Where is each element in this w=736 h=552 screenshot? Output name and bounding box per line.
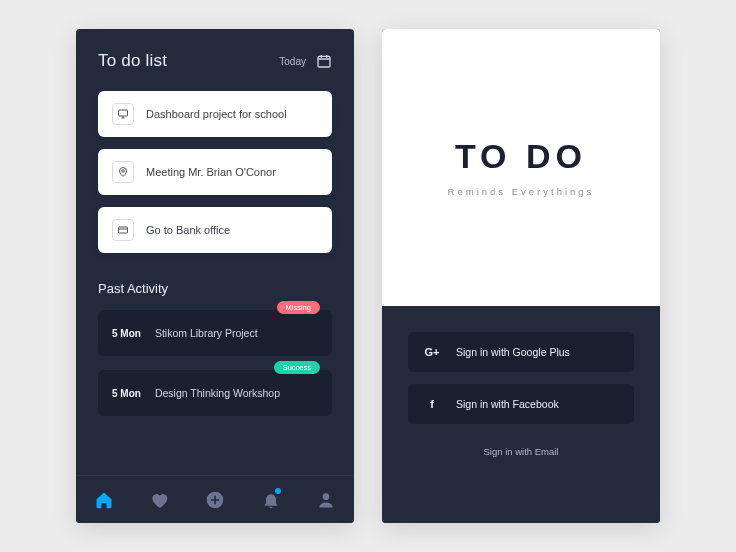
todo-screen: To do list Today Dashboard project for s…: [76, 29, 354, 523]
tab-favorites[interactable]: [142, 483, 176, 517]
past-title: Stikom Library Project: [155, 327, 258, 339]
svg-point-2: [122, 170, 125, 173]
filter-label: Today: [279, 56, 306, 67]
heart-icon: [149, 490, 169, 510]
past-title: Design Thinking Workshop: [155, 387, 280, 399]
svg-rect-3: [119, 227, 128, 233]
header: To do list Today: [76, 29, 354, 85]
signin-facebook-label: Sign in with Facebook: [456, 398, 559, 410]
task-label: Meeting Mr. Brian O'Conor: [146, 166, 276, 178]
hero: TO DO Reminds Everythings: [382, 29, 660, 306]
tab-notifications[interactable]: [254, 483, 288, 517]
plus-circle-icon: [205, 490, 225, 510]
signin-facebook-button[interactable]: f Sign in with Facebook: [408, 384, 634, 424]
signin-email-link[interactable]: Sign in with Email: [484, 446, 559, 457]
page-title: To do list: [98, 51, 167, 71]
card-icon: [112, 219, 134, 241]
tab-add[interactable]: [198, 483, 232, 517]
google-plus-icon: G+: [424, 346, 440, 358]
tab-bar: [76, 475, 354, 523]
home-icon: [94, 490, 114, 510]
auth-panel: G+ Sign in with Google Plus f Sign in wi…: [382, 306, 660, 523]
header-filter[interactable]: Today: [279, 53, 332, 69]
svg-rect-1: [119, 110, 128, 116]
signin-screen: TO DO Reminds Everythings G+ Sign in wit…: [382, 29, 660, 523]
task-item[interactable]: Dashboard project for school: [98, 91, 332, 137]
past-item[interactable]: Missing 5 Mon Stikom Library Project: [98, 310, 332, 356]
past-date: 5 Mon: [112, 388, 141, 399]
tagline: Reminds Everythings: [448, 186, 595, 197]
signin-google-button[interactable]: G+ Sign in with Google Plus: [408, 332, 634, 372]
signin-google-label: Sign in with Google Plus: [456, 346, 570, 358]
task-item[interactable]: Go to Bank office: [98, 207, 332, 253]
task-label: Dashboard project for school: [146, 108, 287, 120]
pin-icon: [112, 161, 134, 183]
brand-wordmark: TO DO: [455, 137, 587, 176]
svg-point-5: [323, 493, 330, 500]
tab-home[interactable]: [87, 483, 121, 517]
status-badge: Success: [274, 361, 320, 374]
facebook-icon: f: [424, 398, 440, 410]
notification-dot: [275, 488, 281, 494]
svg-rect-0: [318, 56, 330, 67]
task-list: Dashboard project for school Meeting Mr.…: [76, 85, 354, 253]
status-badge: Missing: [277, 301, 320, 314]
task-label: Go to Bank office: [146, 224, 230, 236]
user-icon: [316, 490, 336, 510]
past-date: 5 Mon: [112, 328, 141, 339]
past-item[interactable]: Success 5 Mon Design Thinking Workshop: [98, 370, 332, 416]
tab-profile[interactable]: [309, 483, 343, 517]
monitor-icon: [112, 103, 134, 125]
calendar-icon: [316, 53, 332, 69]
past-activity-list: Missing 5 Mon Stikom Library Project Suc…: [76, 310, 354, 416]
task-item[interactable]: Meeting Mr. Brian O'Conor: [98, 149, 332, 195]
